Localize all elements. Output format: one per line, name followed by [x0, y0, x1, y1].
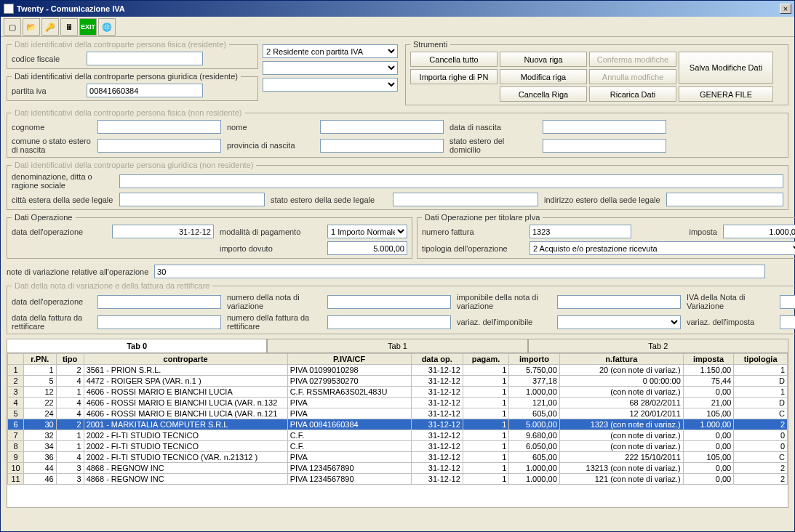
stato-sede-label: stato estero della sede legale — [271, 196, 387, 204]
col-nfattura[interactable]: n.fattura — [559, 354, 683, 365]
col-rpn[interactable]: r.PN. — [24, 354, 57, 365]
num-fatt-input[interactable] — [530, 225, 631, 238]
stato-sede-input[interactable] — [393, 193, 538, 206]
table-row[interactable]: 1123561 - PRION S.R.L.PIVA 0109901029831… — [8, 365, 788, 376]
imposta-input[interactable] — [723, 225, 795, 238]
col-tipologia[interactable]: tipologia — [734, 354, 788, 365]
prov-nascita-input[interactable] — [320, 139, 444, 153]
dati-operazione-piva-fieldset: Dati Operazione per titolare pIva numero… — [417, 213, 795, 259]
nome-label: nome — [227, 123, 314, 132]
tab-2[interactable]: Tab 2 — [528, 339, 788, 352]
comune-nascita-input[interactable] — [97, 139, 221, 153]
num-fatt-rect-input[interactable] — [327, 315, 451, 329]
num-nota-var-input[interactable] — [327, 295, 451, 309]
iva-nota-input[interactable] — [780, 295, 795, 309]
select-3[interactable] — [263, 78, 398, 92]
cognome-input[interactable] — [97, 120, 221, 134]
conferma-modifiche-button[interactable]: Conferma modifiche — [589, 52, 676, 67]
genera-file-button[interactable]: GENERA FILE — [679, 86, 773, 102]
imposta-label: imposta — [637, 227, 717, 236]
partita-iva-input[interactable] — [87, 84, 203, 97]
importo-dov-input[interactable] — [327, 241, 407, 255]
num-fatt-label: numero fattura — [422, 227, 524, 236]
col-importo[interactable]: importo — [509, 354, 559, 365]
table-row[interactable]: 104434868 - REGNOW INCPIVA 123456789031-… — [8, 463, 788, 474]
table-row[interactable]: 73212002 - FI-TI STUDIO TECNICOC.F.31-12… — [8, 430, 788, 441]
data-grid[interactable]: r.PN. tipo controparte P.IVA/CF data op.… — [7, 352, 788, 508]
cognome-label: cognome — [12, 123, 92, 132]
data-fatt-rect-input[interactable] — [97, 315, 221, 329]
variaz-impon-label: variaz. dell'imponibile — [457, 318, 551, 326]
denom-label: denominazione, ditta o ragione sociale — [12, 172, 113, 190]
table-row[interactable]: 31214606 - ROSSI MARIO E BIANCHI LUCIAC.… — [8, 387, 788, 398]
citta-sede-input[interactable] — [119, 193, 265, 206]
col-controparte[interactable]: controparte — [84, 354, 287, 365]
new-icon[interactable]: ▢ — [4, 18, 21, 36]
window-title: Twenty - Comunicazione IVA — [17, 4, 125, 13]
stato-dom-label: stato estero del domicilio — [450, 137, 537, 154]
nuova-riga-button[interactable]: Nuova riga — [500, 52, 587, 67]
data-op-label: data dell'operazione — [12, 227, 106, 236]
pfnr-fieldset: Dati identificativi della controparte pe… — [7, 108, 788, 158]
col-imposta[interactable]: imposta — [683, 354, 733, 365]
stato-dom-input[interactable] — [543, 139, 666, 153]
indir-sede-input[interactable] — [666, 193, 783, 206]
table-row[interactable]: 63022001 - MARKITALIA COMPUTER S.R.LPIVA… — [8, 419, 788, 430]
mod-pag-select[interactable]: 1 Importo Normale — [327, 225, 407, 238]
importo-dov-label: importo dovuto — [220, 244, 321, 253]
variaz-imp-label: variaz. dell'imposta — [687, 318, 774, 326]
table-row[interactable]: 42244606 - ROSSI MARIO E BIANCHI LUCIA (… — [8, 398, 788, 408]
select-2[interactable] — [263, 61, 398, 75]
calc-icon[interactable]: 🖩 — [60, 18, 78, 36]
citta-sede-label: città estera della sede legale — [12, 196, 113, 204]
salva-modifiche-button[interactable]: Salva Modifiche Dati — [679, 52, 773, 84]
data-op2-input[interactable] — [97, 295, 221, 309]
annulla-modifiche-button[interactable]: Annulla modfiche — [589, 69, 676, 84]
col-pagam[interactable]: pagam. — [463, 354, 508, 365]
comune-nascita-label: comune o stato estero di nascita — [12, 137, 92, 154]
cancella-tutto-button[interactable]: Cancella tutto — [410, 52, 498, 67]
residente-select[interactable]: 2 Residente con partita IVA — [263, 44, 398, 58]
impon-nota-input[interactable] — [557, 295, 681, 309]
close-button[interactable]: × — [780, 4, 791, 14]
table-row[interactable]: 114634868 - REGNOW INCPIVA 123456789031-… — [8, 474, 788, 485]
table-row[interactable]: 83412002 - FI-TI STUDIO TECNICOC.F.31-12… — [8, 441, 788, 452]
data-op-input[interactable] — [112, 225, 214, 238]
tipologia-label: tipologia dell'operazione — [422, 244, 524, 253]
tab-0[interactable]: Tab 0 — [7, 339, 267, 352]
col-dataop[interactable]: data op. — [411, 354, 463, 365]
tipologia-select[interactable]: 2 Acquisto e/o prestazione ricevuta — [530, 241, 795, 255]
pfres-fieldset: Dati identificativi della controparte pe… — [7, 40, 258, 69]
mod-pag-label: modalità di pagamento — [220, 227, 321, 236]
strumenti-fieldset: Strumenti Cancella tutto Nuova riga Conf… — [405, 40, 788, 105]
data-op2-label: data dell'operazione — [12, 297, 92, 306]
col-tipo[interactable]: tipo — [56, 354, 84, 365]
col-piva[interactable]: P.IVA/CF — [287, 354, 411, 365]
key-icon[interactable]: 🔑 — [41, 18, 59, 36]
table-row[interactable]: 93642002 - FI-TI STUDIO TECNICO (VAR. n.… — [8, 452, 788, 463]
globe-icon[interactable]: 🌐 — [98, 18, 116, 36]
nome-input[interactable] — [320, 120, 444, 134]
table-row[interactable]: 2544472 - ROIGER SPA (VAR. n.1 )PIVA 027… — [8, 376, 788, 387]
note-var-input[interactable] — [154, 265, 765, 278]
iva-nota-label: IVA della Nota di Variazione — [687, 293, 774, 310]
importa-pn-button[interactable]: Importa righe di PN — [410, 69, 498, 84]
ricarica-dati-button[interactable]: Ricarica Dati — [589, 86, 676, 102]
note-var-label: note di variazione relative all'operazio… — [7, 267, 152, 276]
prov-nascita-label: provincia di nascita — [227, 141, 314, 150]
var-fieldset: Dati della nota di variazione e della fa… — [7, 281, 795, 334]
tabs: Tab 0 Tab 1 Tab 2 — [7, 339, 788, 352]
tab-1[interactable]: Tab 1 — [267, 339, 527, 352]
modifica-riga-button[interactable]: Modifica riga — [500, 69, 587, 84]
num-nota-var-label: numero della nota di variazione — [227, 293, 321, 310]
table-row[interactable]: 52444606 - ROSSI MARIO E BIANCHI LUCIA (… — [8, 408, 788, 419]
codice-fiscale-input[interactable] — [87, 52, 203, 65]
denom-input[interactable] — [119, 174, 783, 188]
exit-icon[interactable]: EXIT — [79, 18, 97, 36]
variaz-impon-select[interactable] — [557, 315, 681, 329]
impon-nota-label: imponibile della nota di variazione — [457, 293, 551, 310]
data-nascita-input[interactable] — [543, 120, 666, 134]
variaz-imp-select[interactable] — [780, 315, 795, 329]
open-icon[interactable]: 📂 — [23, 18, 40, 36]
cancella-riga-button[interactable]: Cancella Riga — [500, 86, 587, 102]
